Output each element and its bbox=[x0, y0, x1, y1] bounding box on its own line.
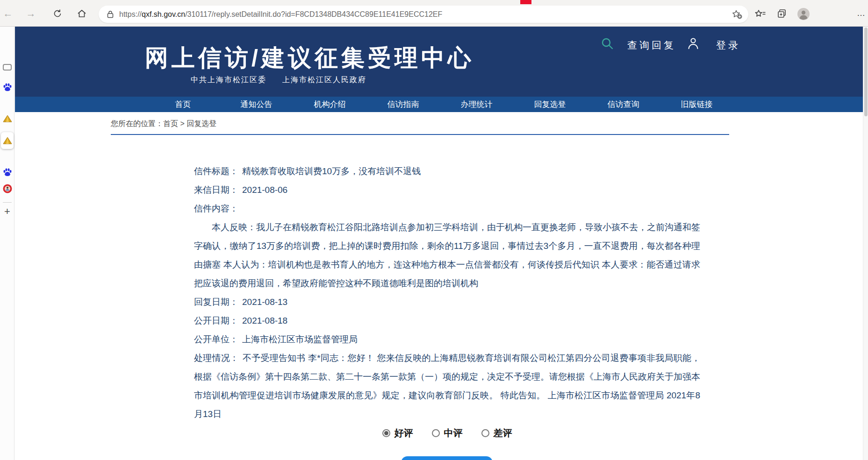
refresh-button[interactable] bbox=[50, 7, 65, 20]
red-badge-icon bbox=[3, 184, 12, 193]
letter-content-text: 本人反映：我儿子在精锐教育松江谷阳北路培训点参加初三学科培训，由于机构一直更换老… bbox=[194, 218, 700, 293]
breadcrumb-current-link[interactable]: 回复选登 bbox=[187, 120, 216, 127]
search-button[interactable] bbox=[601, 37, 614, 52]
breadcrumb-home-link[interactable]: 首页 bbox=[163, 120, 178, 127]
lock-icon bbox=[107, 10, 114, 18]
favorites-button[interactable] bbox=[753, 7, 768, 21]
breadcrumb-prefix: 您所在的位置： bbox=[111, 120, 163, 127]
open-date-row: 公开日期：2021-08-18 bbox=[194, 311, 287, 330]
handling-row: 处理情况：不予受理告知书 李*同志：您好！ 您来信反映的上海精思锐教育培训有限公… bbox=[194, 349, 700, 424]
browser-toolbar: ← → https://qxf.sh.gov.cn/310117/reply.s… bbox=[0, 0, 868, 27]
nav-item-guide[interactable]: 信访指南 bbox=[366, 97, 440, 112]
scrollbar-thumb[interactable] bbox=[864, 28, 868, 116]
letter-title-label: 信件标题： bbox=[194, 166, 238, 176]
tab-gold-site-active[interactable] bbox=[1, 132, 14, 149]
webpage: 网上信访/建议征集受理中心 中共上海市松江区委 上海市松江区人民政府 查询回复 … bbox=[15, 27, 863, 460]
url-scheme: https:// bbox=[119, 10, 142, 18]
reply-date-value: 2021-08-13 bbox=[242, 297, 287, 307]
breadcrumb-separator: > bbox=[180, 120, 184, 127]
main-navigation: 首页 通知公告 机构介绍 信访指南 办理统计 回复选登 信访查询 旧版链接 bbox=[15, 97, 863, 112]
letter-date-label: 来信日期： bbox=[194, 185, 238, 195]
gold-pyramid-icon bbox=[3, 136, 12, 145]
site-title: 网上信访/建议征集受理中心 bbox=[145, 42, 474, 74]
baidu-paw-icon bbox=[3, 168, 12, 177]
radio-good[interactable] bbox=[382, 429, 390, 437]
radio-neutral[interactable] bbox=[432, 429, 440, 437]
query-reply-link[interactable]: 查询回复 bbox=[627, 39, 676, 52]
breadcrumb-divider bbox=[111, 134, 729, 135]
collections-icon bbox=[776, 8, 788, 20]
url-text: https://qxf.sh.gov.cn/310117/reply.setDe… bbox=[119, 10, 442, 19]
nav-item-replies[interactable]: 回复选登 bbox=[513, 97, 587, 112]
tab-red-site[interactable] bbox=[2, 184, 12, 193]
site-subtitle: 中共上海市松江区委 上海市松江区人民政府 bbox=[191, 75, 366, 85]
nav-item-home[interactable]: 首页 bbox=[146, 97, 220, 112]
profile-button[interactable] bbox=[796, 7, 811, 21]
gold-pyramid-icon bbox=[3, 114, 12, 123]
letter-date-value: 2021-08-06 bbox=[242, 185, 287, 195]
letter-title-row: 信件标题：精锐教育收取培训费10万多，没有培训不退钱 bbox=[194, 162, 421, 181]
person-icon bbox=[687, 37, 699, 50]
add-favorite-icon[interactable] bbox=[732, 9, 743, 20]
rating-options: 好评 中评 差评 bbox=[194, 424, 700, 442]
refresh-icon bbox=[53, 9, 62, 18]
rating-option-good[interactable]: 好评 bbox=[382, 424, 413, 442]
breadcrumb: 您所在的位置：首页 > 回复选登 bbox=[111, 119, 216, 129]
nav-item-notices[interactable]: 通知公告 bbox=[220, 97, 293, 112]
tab-baidu-2[interactable] bbox=[2, 167, 12, 177]
rating-option-neutral[interactable]: 中评 bbox=[432, 424, 463, 442]
vertical-tabs-sidebar: + bbox=[0, 27, 14, 460]
rating-neutral-label: 中评 bbox=[444, 424, 463, 442]
open-unit-label: 公开单位： bbox=[194, 334, 238, 344]
favorites-icon bbox=[754, 9, 767, 19]
nav-item-old-version[interactable]: 旧版链接 bbox=[660, 97, 733, 112]
login-link[interactable]: 登录 bbox=[716, 39, 740, 52]
letter-title-value: 精锐教育收取培训费10万多，没有培训不退钱 bbox=[242, 166, 421, 176]
handling-label: 处理情况： bbox=[194, 353, 239, 363]
forward-button[interactable]: → bbox=[24, 7, 38, 20]
home-button[interactable] bbox=[75, 7, 89, 20]
tabs-divider bbox=[3, 202, 12, 203]
rating-bad-label: 差评 bbox=[494, 424, 512, 442]
home-icon bbox=[77, 9, 86, 18]
tab-gold-site-1[interactable] bbox=[2, 113, 12, 123]
search-icon bbox=[601, 37, 614, 50]
collections-button[interactable] bbox=[775, 7, 789, 21]
new-tab-button[interactable]: + bbox=[2, 206, 12, 217]
user-button[interactable] bbox=[687, 37, 699, 52]
rating-option-bad[interactable]: 差评 bbox=[481, 424, 512, 442]
back-button[interactable]: ← bbox=[1, 7, 15, 20]
recording-indicator bbox=[520, 0, 531, 4]
baidu-paw-icon bbox=[3, 83, 12, 92]
settings-menu-button[interactable]: … bbox=[855, 7, 867, 20]
open-date-value: 2021-08-18 bbox=[242, 316, 287, 326]
nav-item-about[interactable]: 机构介绍 bbox=[293, 97, 366, 112]
nav-item-query[interactable]: 信访查询 bbox=[587, 97, 660, 112]
tab-placeholder-icon[interactable] bbox=[3, 64, 12, 71]
open-date-label: 公开日期： bbox=[194, 316, 238, 326]
letter-content-label: 信件内容： bbox=[194, 204, 238, 213]
reply-date-label: 回复日期： bbox=[194, 297, 238, 307]
url-path: /310117/reply.setDetailInit.do?id=F8CD13… bbox=[185, 10, 442, 18]
letter-content-label-row: 信件内容： bbox=[194, 199, 242, 218]
screen: ← → https://qxf.sh.gov.cn/310117/reply.s… bbox=[0, 0, 868, 460]
open-unit-row: 公开单位：上海市松江区市场监督管理局 bbox=[194, 330, 358, 349]
address-bar[interactable]: https://qxf.sh.gov.cn/310117/reply.setDe… bbox=[99, 6, 748, 23]
url-domain: qxf.sh.gov.cn bbox=[142, 10, 185, 18]
page-scrollbar[interactable] bbox=[863, 27, 868, 460]
submit-button[interactable] bbox=[401, 456, 493, 460]
org-name-government: 上海市松江区人民政府 bbox=[282, 75, 366, 85]
handling-text: 不予受理告知书 李*同志：您好！ 您来信反映的上海精思锐教育培训有限公司松江第四… bbox=[194, 353, 700, 419]
open-unit-value: 上海市松江区市场监督管理局 bbox=[242, 334, 358, 344]
site-header: 网上信访/建议征集受理中心 中共上海市松江区委 上海市松江区人民政府 查询回复 … bbox=[15, 27, 863, 97]
rating-good-label: 好评 bbox=[395, 424, 413, 442]
reply-date-row: 回复日期：2021-08-13 bbox=[194, 293, 287, 311]
letter-date-row: 来信日期：2021-08-06 bbox=[194, 181, 287, 199]
radio-bad[interactable] bbox=[481, 429, 489, 437]
org-name-party: 中共上海市松江区委 bbox=[191, 75, 266, 85]
tab-baidu-1[interactable] bbox=[2, 82, 12, 92]
nav-item-statistics[interactable]: 办理统计 bbox=[440, 97, 513, 112]
avatar-icon bbox=[797, 7, 810, 21]
